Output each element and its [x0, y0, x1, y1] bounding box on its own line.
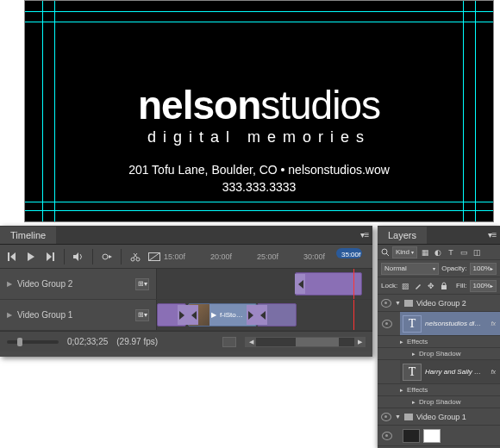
panel-menu-icon[interactable]: ▾≡ [484, 230, 500, 240]
options-button[interactable] [100, 250, 114, 264]
lock-transparency-icon[interactable]: ▨ [400, 281, 410, 291]
svg-marker-7 [109, 255, 112, 258]
layer-group-header[interactable]: ▼ Video Group 2 [378, 295, 500, 312]
chevron-right-icon[interactable]: ▶ [7, 280, 12, 288]
layer-item-text2[interactable]: T Harry and Sally … fx [378, 360, 500, 384]
lock-all-icon[interactable] [439, 281, 449, 291]
track-lane[interactable]: ▶ f-iSto… [157, 300, 372, 330]
filter-kind-select[interactable]: Kind▾ [392, 246, 417, 258]
layer-group-header[interactable]: ▼ Video Group 1 [378, 408, 500, 426]
chevron-down-icon[interactable]: ▼ [395, 414, 401, 420]
split-button[interactable] [128, 250, 142, 264]
fx-badge[interactable]: fx [491, 369, 497, 375]
svg-rect-4 [53, 252, 54, 261]
layers-tab-bar: Layers ▾≡ [378, 226, 500, 245]
layer-row-selected[interactable]: T nelsonstudios di… fx [400, 312, 500, 335]
ruler-tick: 30:00f [303, 252, 325, 261]
transition-handle[interactable] [295, 274, 305, 294]
address-line: 201 Tofu Lane, Boulder, CO • nelsonstudi… [25, 163, 493, 177]
add-media-button[interactable]: ⊞▾ [135, 309, 149, 321]
blend-opacity-row: Normal▾ Opacity: 100%▸ [378, 260, 500, 277]
svg-rect-0 [8, 252, 9, 261]
chevron-right-icon[interactable]: ▸ [412, 399, 416, 406]
chevron-right-icon[interactable]: ▶ [7, 311, 12, 319]
track-header[interactable]: ▶ Video Group 1 ⊞▾ [0, 300, 157, 330]
fx-badge[interactable]: fx [491, 320, 497, 327]
layer-item-text1[interactable]: T nelsonstudios di… fx [378, 312, 500, 336]
layer-filter-row: Kind▾ ▦ ◐ T ▭ ◫ [378, 245, 500, 260]
timeline-track-group1: ▶ Video Group 1 ⊞▾ ▶ f-iSto… [0, 300, 372, 331]
svg-point-9 [136, 258, 140, 261]
lock-position-icon[interactable]: ✥ [426, 281, 436, 291]
first-frame-button[interactable] [5, 250, 19, 264]
filter-type-icon[interactable]: T [446, 247, 456, 258]
scroll-right-icon[interactable]: ▶ [354, 338, 365, 346]
effects-row[interactable]: ▸ Effects [378, 384, 500, 396]
filter-shape-icon[interactable]: ▭ [459, 247, 469, 258]
scrollbar-thumb[interactable] [296, 338, 339, 346]
filter-smart-icon[interactable]: ◫ [472, 247, 482, 258]
svg-rect-17 [441, 285, 447, 289]
layer-mask-thumbnail[interactable] [423, 429, 441, 443]
search-icon[interactable] [381, 248, 390, 257]
timeline-toolbar: 15:00f 20:00f 25:00f 30:00f 35:00f [0, 245, 372, 269]
mute-button[interactable] [72, 250, 85, 264]
visibility-toggle[interactable] [381, 413, 391, 421]
ruler-tick: 25:00f [257, 252, 278, 261]
layer-name: Harry and Sally … [425, 368, 481, 376]
chevron-right-icon[interactable]: ▸ [400, 339, 403, 345]
scroll-left-icon[interactable]: ◀ [246, 338, 256, 346]
playhead-marker[interactable]: 35:00f [340, 250, 360, 258]
track-header[interactable]: ▶ Video Group 2 ⊞▾ [0, 269, 157, 299]
svg-line-16 [386, 253, 389, 256]
svg-marker-5 [73, 252, 78, 261]
timeline-track-group2: ▶ Video Group 2 ⊞▾ [0, 269, 372, 300]
layer-name: nelsonstudios di… [425, 320, 481, 327]
timeline-scrollbar[interactable]: ◀ ▶ [245, 337, 366, 347]
visibility-toggle[interactable] [381, 299, 391, 308]
zoom-slider[interactable] [7, 340, 59, 344]
timecode-display[interactable]: 0;02;33;25 [67, 337, 108, 346]
add-media-button[interactable]: ⊞▾ [135, 278, 149, 290]
logo-subtitle: digital memories [25, 128, 493, 146]
timeline-ruler[interactable]: 15:00f 20:00f 25:00f 30:00f 35:00f [157, 245, 372, 268]
lock-paint-icon[interactable] [413, 281, 423, 291]
svg-marker-2 [28, 252, 34, 261]
layers-tab[interactable]: Layers [378, 227, 427, 244]
chevron-down-icon[interactable]: ▼ [395, 300, 401, 306]
effect-drop-shadow[interactable]: ▸ Drop Shadow [378, 396, 500, 408]
blend-mode-select[interactable]: Normal▾ [381, 263, 439, 275]
ruler-tick: 15:00f [164, 252, 185, 261]
transition-handle[interactable] [257, 305, 267, 325]
track-lane[interactable] [157, 269, 372, 299]
opacity-input[interactable]: 100%▸ [470, 263, 497, 275]
layer-row[interactable]: T Harry and Sally … fx [400, 360, 500, 383]
timeline-tab[interactable]: Timeline [0, 227, 56, 244]
last-frame-button[interactable] [43, 250, 57, 264]
filter-pixel-icon[interactable]: ▦ [420, 247, 430, 258]
filter-adjustment-icon[interactable]: ◐ [433, 247, 443, 258]
visibility-toggle[interactable] [382, 320, 392, 328]
visibility-toggle[interactable] [382, 432, 392, 440]
adjustment-thumbnail [403, 429, 420, 443]
effects-row[interactable]: ▸ Effects [378, 336, 500, 348]
video-group-icon [404, 414, 413, 420]
fill-input[interactable]: 100%▸ [470, 280, 497, 292]
lock-fill-row: Lock: ▨ ✥ Fill: 100%▸ [378, 277, 500, 295]
timeline-tab-bar: Timeline ▾≡ [0, 226, 372, 245]
transition-handle[interactable] [247, 305, 257, 325]
transition-handle[interactable] [188, 305, 198, 325]
timeline-footer: 0;02;33;25 (29.97 fps) ◀ ▶ [0, 331, 372, 352]
render-button[interactable] [222, 337, 236, 347]
panel-menu-icon[interactable]: ▾≡ [357, 230, 372, 240]
logo-main: nelsonstudios [25, 82, 493, 128]
chevron-right-icon[interactable]: ▸ [412, 351, 416, 358]
play-button[interactable] [24, 250, 38, 264]
effect-drop-shadow[interactable]: ▸ Drop Shadow [378, 348, 500, 360]
chevron-right-icon[interactable]: ▸ [400, 387, 403, 394]
layer-item-adjustment[interactable] [378, 426, 500, 446]
logo-bold: nelson [138, 83, 260, 128]
transition-handle[interactable] [178, 305, 188, 325]
group-name: Video Group 2 [416, 299, 466, 308]
type-layer-icon: T [403, 315, 422, 333]
